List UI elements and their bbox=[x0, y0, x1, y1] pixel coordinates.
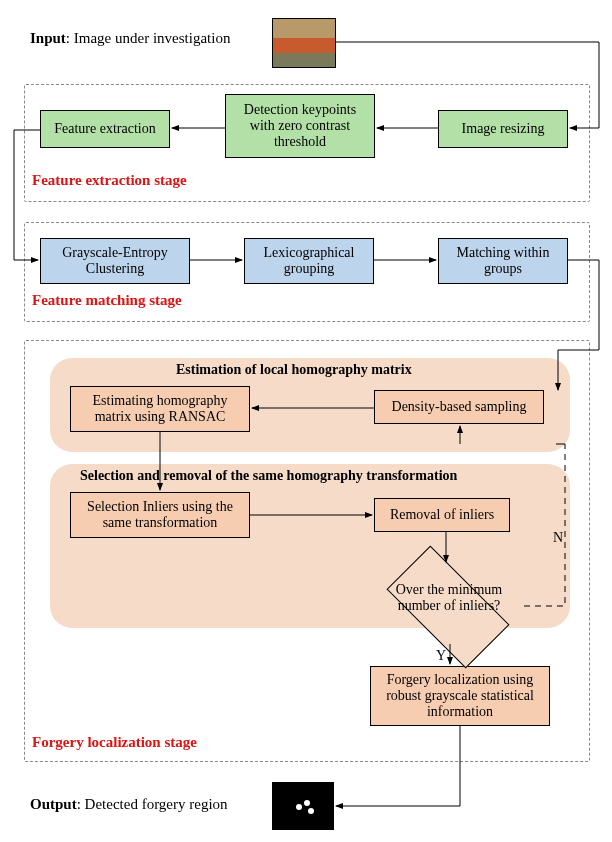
output-prefix: Output bbox=[30, 796, 77, 812]
node-ransac: Estimating homography matrix using RANSA… bbox=[70, 386, 250, 432]
decision-label: Over the minimum number of inliers? bbox=[382, 582, 516, 614]
node-selection-inliers: Selection Inliers using the same transfo… bbox=[70, 492, 250, 538]
stage1-title: Feature extraction stage bbox=[32, 172, 187, 189]
input-text: : Image under investigation bbox=[66, 30, 231, 46]
output-text: : Detected forgery region bbox=[77, 796, 228, 812]
branch-no-label: N bbox=[553, 530, 563, 546]
output-label: Output: Detected forgery region bbox=[30, 796, 228, 813]
stage2-title: Feature matching stage bbox=[32, 292, 182, 309]
node-density-sampling: Density-based sampling bbox=[374, 390, 544, 424]
sub1-title: Estimation of local homography matrix bbox=[176, 362, 412, 378]
branch-yes-label: Y bbox=[436, 648, 446, 664]
node-forgery-localization: Forgery localization using robust graysc… bbox=[370, 666, 550, 726]
node-matching-groups: Matching within groups bbox=[438, 238, 568, 284]
input-label: Input: Image under investigation bbox=[30, 30, 230, 47]
node-grayscale-entropy: Grayscale-Entropy Clustering bbox=[40, 238, 190, 284]
node-feature-extraction: Feature extraction bbox=[40, 110, 170, 148]
input-image-thumb bbox=[272, 18, 336, 68]
node-detection-keypoints: Detection keypoints with zero contrast t… bbox=[225, 94, 375, 158]
output-image-thumb bbox=[272, 782, 334, 830]
node-removal-inliers: Removal of inliers bbox=[374, 498, 510, 532]
stage3-title: Forgery localization stage bbox=[32, 734, 197, 751]
node-lexicographical: Lexicographical grouping bbox=[244, 238, 374, 284]
input-prefix: Input bbox=[30, 30, 66, 46]
node-image-resizing: Image resizing bbox=[438, 110, 568, 148]
sub2-title: Selection and removal of the same homogr… bbox=[80, 468, 457, 484]
